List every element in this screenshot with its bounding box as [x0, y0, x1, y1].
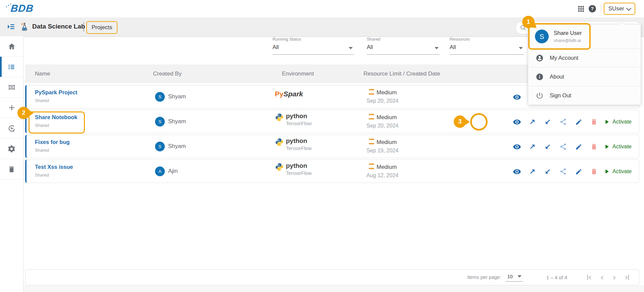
project-name-link[interactable]: Fixes for bug: [35, 139, 70, 145]
breadcrumb-projects[interactable]: Projects: [86, 21, 117, 34]
activate-button[interactable]: Activate: [604, 168, 632, 175]
col-resource: Resource Limit / Created Date: [363, 70, 440, 77]
filter-label: Resources: [450, 37, 524, 42]
share-icon[interactable]: [555, 168, 571, 175]
delete-trash-icon[interactable]: [586, 168, 602, 175]
project-name-link[interactable]: Test Xss issue: [35, 164, 73, 170]
env-name: python: [286, 138, 312, 144]
view-eye-icon[interactable]: [509, 118, 525, 126]
menu-item-about[interactable]: About: [528, 67, 641, 86]
dropdown-arrow-icon: [517, 275, 522, 278]
user-chevron-icon: [626, 5, 632, 11]
help-icon[interactable]: ?: [587, 3, 598, 14]
sidebar-item-home[interactable]: [0, 36, 23, 57]
share-icon[interactable]: [555, 143, 571, 150]
import-icon[interactable]: ↙: [540, 118, 555, 126]
sidebar-item-settings[interactable]: [0, 139, 23, 159]
import-icon[interactable]: ↙: [540, 143, 555, 151]
filter-resources[interactable]: Resources All: [450, 37, 524, 55]
sidebar-item-pipeline[interactable]: [0, 77, 23, 98]
import-icon[interactable]: ↙: [540, 167, 555, 176]
sidebar-item-trash[interactable]: [0, 159, 23, 180]
creator-avatar: S: [155, 117, 165, 127]
resource-cell: Medium Aug 12, 2024: [369, 163, 398, 179]
resource-level: Medium: [377, 139, 397, 145]
menu-item-my-account[interactable]: My Account: [528, 49, 641, 67]
resource-level: Medium: [377, 114, 397, 120]
share-icon[interactable]: [555, 118, 571, 126]
prev-page-icon[interactable]: ‹: [600, 274, 604, 281]
delete-trash-icon[interactable]: [586, 143, 602, 150]
project-name-link[interactable]: PySpark Project: [35, 89, 78, 96]
filter-shared[interactable]: Shared All: [367, 37, 440, 55]
view-eye-icon[interactable]: [509, 167, 525, 176]
topbar-divider: [601, 4, 601, 13]
svg-text:?: ?: [591, 6, 594, 11]
apps-grid-icon[interactable]: [575, 3, 587, 14]
dropdown-arrow-icon: [349, 47, 353, 49]
edit-pencil-icon[interactable]: [571, 168, 586, 175]
filter-running-status[interactable]: Running Status All: [273, 37, 354, 55]
edit-pencil-icon[interactable]: [571, 143, 586, 150]
menu-item-label: My Account: [550, 55, 578, 61]
filter-value: All: [273, 44, 354, 50]
user-info-section: S Share User share@bdb.ai: [528, 25, 641, 49]
pagination-range: 1 – 4 of 4: [546, 275, 567, 280]
callout-number: 2: [22, 109, 25, 116]
python-icon: [275, 162, 284, 172]
activate-button[interactable]: Activate: [604, 144, 632, 150]
open-external-icon[interactable]: ↗: [525, 167, 540, 176]
menu-item-label: About: [550, 74, 564, 80]
first-page-icon[interactable]: ‹: [587, 274, 591, 281]
view-eye-icon[interactable]: [509, 143, 525, 151]
env-python-logo: python TensorFlow: [275, 113, 312, 126]
open-external-icon[interactable]: ↗: [525, 118, 540, 126]
sidebar-item-sprint[interactable]: [0, 118, 23, 139]
next-page-icon[interactable]: ›: [612, 274, 616, 281]
items-per-page-label: Items per page:: [467, 275, 501, 280]
items-per-page-select[interactable]: 10: [506, 273, 523, 282]
user-menu-button[interactable]: SUser: [604, 3, 635, 15]
creator-name: Shyam: [168, 143, 186, 150]
delete-trash-icon[interactable]: [586, 118, 602, 126]
created-date: Sep 20, 2024: [366, 123, 398, 129]
filter-value: All: [450, 44, 524, 50]
resource-level: Medium: [377, 89, 397, 96]
python-icon: [275, 138, 284, 147]
medium-level-icon: [369, 139, 374, 144]
pyspark-py: Py: [275, 90, 284, 98]
resource-cell: Medium Sep 19, 2024: [369, 139, 398, 154]
callout-number: 3: [458, 118, 461, 125]
shared-tag: Shared: [35, 173, 49, 178]
bdb-logo: ⋰BDB: [5, 3, 34, 14]
open-external-icon[interactable]: ↗: [525, 143, 540, 151]
env-python-logo: python TensorFlow: [275, 138, 312, 151]
filter-value: All: [367, 44, 440, 50]
edit-pencil-icon[interactable]: [571, 118, 586, 126]
project-name-link[interactable]: Share Notebook: [35, 114, 78, 120]
user-email: share@bdb.ai: [554, 38, 581, 43]
filter-label: Running Status: [273, 37, 354, 42]
callout-number: 1: [527, 18, 530, 26]
filter-underline: [367, 54, 440, 55]
lab-flask-icon: [19, 22, 30, 32]
dropdown-arrow-icon: [435, 47, 439, 49]
view-eye-icon[interactable]: [509, 93, 525, 101]
sidebar-toggle-icon[interactable]: [7, 22, 15, 31]
shared-tag: Shared: [35, 98, 49, 103]
table-row: Share Notebook Shared S Shyam python Ten…: [25, 110, 639, 133]
menu-item-sign-out[interactable]: Sign Out: [528, 86, 641, 105]
activate-label: Activate: [612, 144, 632, 150]
logo-dots: ⋰: [5, 3, 11, 8]
project-list-icon: [7, 63, 16, 71]
filter-underline: [450, 54, 524, 55]
activate-button[interactable]: Activate: [604, 119, 632, 125]
user-name: Share User: [554, 30, 582, 36]
env-name: python: [286, 162, 312, 169]
last-page-icon[interactable]: ›: [625, 274, 629, 281]
env-framework: TensorFlow: [286, 170, 312, 176]
sprint-icon: [7, 124, 16, 133]
sidebar-item-projects[interactable]: [0, 57, 23, 77]
table-row: Fixes for bug Shared S Shyam python Tens…: [25, 135, 639, 158]
top-bar: ⋰BDB ? SUser: [0, 0, 644, 17]
